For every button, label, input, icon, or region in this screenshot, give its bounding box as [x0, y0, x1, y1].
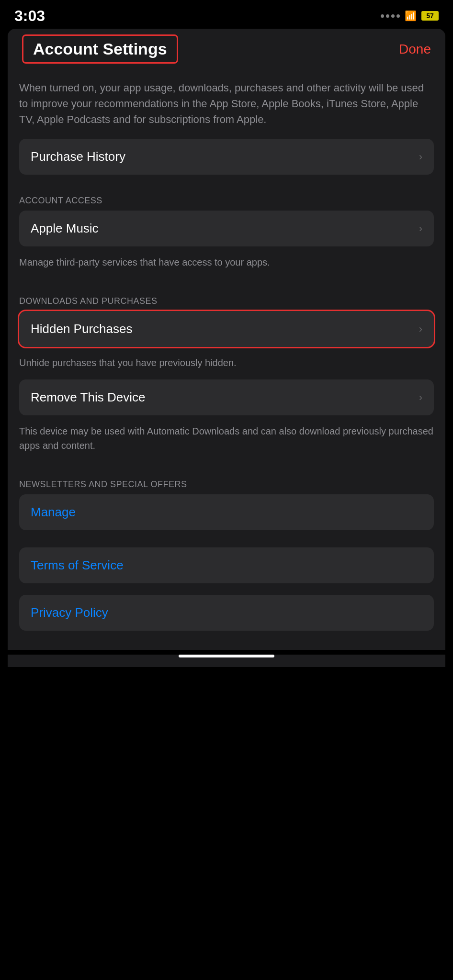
status-icons: 📶 57: [381, 10, 439, 22]
remove-device-label: Remove This Device: [31, 390, 145, 405]
page-title: Account Settings: [33, 40, 167, 58]
home-indicator-area: [8, 655, 445, 667]
manage-label: Manage: [31, 505, 76, 520]
purchase-history-row[interactable]: Purchase History ›: [19, 139, 434, 175]
account-access-label: ACCOUNT ACCESS: [19, 192, 434, 211]
remove-device-description: This device may be used with Automatic D…: [19, 419, 434, 462]
title-highlight-box: Account Settings: [22, 34, 178, 64]
chevron-icon: ›: [419, 323, 422, 335]
section-gap-4: [19, 534, 434, 547]
intro-description: When turned on, your app usage, download…: [19, 72, 434, 139]
content-area: When turned on, your app usage, download…: [8, 72, 445, 650]
bottom-gap: [19, 635, 434, 650]
chevron-icon: ›: [419, 391, 422, 404]
wifi-icon: 📶: [405, 10, 417, 22]
chevron-icon: ›: [419, 151, 422, 163]
purchase-history-label: Purchase History: [31, 149, 125, 164]
section-gap-3: [19, 462, 434, 476]
section-gap: [19, 178, 434, 192]
status-bar: 3:03 📶 57: [0, 0, 453, 29]
hidden-purchases-row[interactable]: Hidden Purchases ›: [19, 311, 434, 347]
newsletters-label: NEWSLETTERS AND SPECIAL OFFERS: [19, 476, 434, 494]
nav-header: Account Settings Done: [8, 29, 445, 72]
apple-music-row[interactable]: Apple Music ›: [19, 211, 434, 246]
privacy-policy-row[interactable]: Privacy Policy: [19, 595, 434, 631]
manage-row[interactable]: Manage: [19, 494, 434, 530]
chevron-icon: ›: [419, 223, 422, 235]
hidden-purchases-label: Hidden Purchases: [31, 322, 132, 336]
hidden-purchases-description: Unhide purchases that you have previousl…: [19, 351, 434, 379]
account-access-description: Manage third-party services that have ac…: [19, 250, 434, 279]
apple-music-label: Apple Music: [31, 221, 99, 236]
battery-indicator: 57: [421, 11, 439, 21]
done-button[interactable]: Done: [399, 42, 431, 57]
remove-device-row[interactable]: Remove This Device ›: [19, 379, 434, 415]
terms-of-service-row[interactable]: Terms of Service: [19, 547, 434, 583]
terms-of-service-label: Terms of Service: [31, 558, 124, 573]
signal-icon: [381, 14, 400, 18]
small-gap: [19, 587, 434, 595]
downloads-purchases-label: DOWNLOADS AND PURCHASES: [19, 292, 434, 311]
section-gap-2: [19, 279, 434, 292]
status-time: 3:03: [14, 7, 45, 25]
home-indicator: [179, 655, 274, 657]
privacy-policy-label: Privacy Policy: [31, 605, 108, 620]
